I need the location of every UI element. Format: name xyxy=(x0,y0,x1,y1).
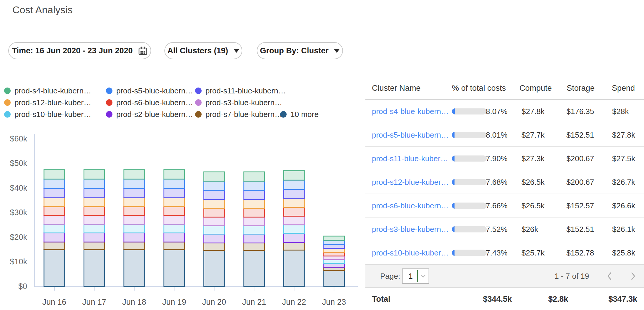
cluster-link[interactable]: prod-s5-blue-kubern… xyxy=(372,130,449,139)
bar-segment[interactable] xyxy=(204,199,225,208)
legend-item[interactable]: prod-s2-blue-kubern… xyxy=(106,108,195,120)
bar-segment[interactable] xyxy=(324,263,344,267)
bar-segment[interactable] xyxy=(84,198,104,207)
bar-segment[interactable] xyxy=(324,240,344,244)
bar-segment[interactable] xyxy=(284,250,304,286)
bar-segment[interactable] xyxy=(244,172,264,181)
bar-segment[interactable] xyxy=(124,224,145,233)
bar-segment[interactable] xyxy=(244,208,264,217)
bar-segment[interactable] xyxy=(44,224,65,233)
cluster-link[interactable]: prod-s6-blue-kubern… xyxy=(372,201,449,210)
bar-segment[interactable] xyxy=(44,170,65,179)
cluster-link[interactable]: prod-s4-blue-kubern… xyxy=(372,107,449,116)
bar-segment[interactable] xyxy=(84,189,104,198)
bar-segment[interactable] xyxy=(244,181,264,190)
bar-segment[interactable] xyxy=(204,181,225,190)
bar-segment[interactable] xyxy=(324,271,344,286)
cluster-link[interactable]: prod-s3-blue-kubern… xyxy=(372,225,449,234)
bar-segment[interactable] xyxy=(164,242,184,250)
bar-segment[interactable] xyxy=(204,243,225,250)
bar-segment[interactable] xyxy=(284,216,304,225)
bar-segment[interactable] xyxy=(284,243,304,250)
bar-segment[interactable] xyxy=(164,179,184,189)
bar-segment[interactable] xyxy=(84,170,104,179)
bar-segment[interactable] xyxy=(124,207,145,215)
legend-item[interactable]: 10 more xyxy=(280,108,315,120)
bar-segment[interactable] xyxy=(44,207,65,215)
group-by-dropdown[interactable]: Group By: Cluster xyxy=(257,42,343,59)
bar-segment[interactable] xyxy=(44,189,65,198)
bar-segment[interactable] xyxy=(124,179,145,189)
bar-segment[interactable] xyxy=(44,215,65,224)
bar-segment[interactable] xyxy=(124,242,145,250)
bar-segment[interactable] xyxy=(244,199,264,208)
bar-segment[interactable] xyxy=(324,245,344,248)
bar-segment[interactable] xyxy=(324,260,344,263)
bar-segment[interactable] xyxy=(204,172,225,181)
legend-item[interactable]: prod-s3-blue-kubern… xyxy=(195,97,315,108)
bar-segment[interactable] xyxy=(244,226,264,234)
bar-segment[interactable] xyxy=(284,198,304,207)
bar-segment[interactable] xyxy=(84,250,104,286)
legend-item[interactable]: prod-s11-blue-kubern… xyxy=(195,85,315,97)
bar-segment[interactable] xyxy=(204,250,225,286)
bar-segment[interactable] xyxy=(124,189,145,198)
bar-segment[interactable] xyxy=(284,171,304,180)
bar-segment[interactable] xyxy=(84,207,104,215)
bar-segment[interactable] xyxy=(244,217,264,226)
bar-segment[interactable] xyxy=(164,233,184,242)
bar-segment[interactable] xyxy=(84,224,104,233)
cluster-link[interactable]: prod-s10-blue-kuber… xyxy=(372,248,449,257)
bar-segment[interactable] xyxy=(44,198,65,207)
legend-item[interactable]: prod-s10-blue-kuber… xyxy=(4,108,106,120)
bar-segment[interactable] xyxy=(124,250,145,286)
bar-segment[interactable] xyxy=(44,233,65,242)
legend-item[interactable]: prod-s7-blue-kubern… xyxy=(195,108,280,120)
legend-item[interactable]: prod-s12-blue-kuber… xyxy=(4,97,106,108)
bar-segment[interactable] xyxy=(324,252,344,256)
bar-segment[interactable] xyxy=(164,207,184,215)
bar-segment[interactable] xyxy=(204,190,225,199)
bar-segment[interactable] xyxy=(204,208,225,217)
bar-segment[interactable] xyxy=(204,234,225,243)
bar-segment[interactable] xyxy=(204,226,225,234)
bar-segment[interactable] xyxy=(84,242,104,250)
bar-segment[interactable] xyxy=(164,198,184,207)
prev-page-button[interactable] xyxy=(607,272,612,281)
bar-segment[interactable] xyxy=(244,234,264,243)
bar-segment[interactable] xyxy=(284,180,304,189)
bar-segment[interactable] xyxy=(284,225,304,233)
legend-item[interactable]: prod-s5-blue-kubern… xyxy=(106,85,195,97)
bar-segment[interactable] xyxy=(44,179,65,189)
bar-segment[interactable] xyxy=(44,242,65,250)
bar-segment[interactable] xyxy=(124,215,145,224)
next-page-button[interactable] xyxy=(630,272,636,281)
legend-item[interactable]: prod-s4-blue-kubern… xyxy=(4,85,106,97)
page-select[interactable]: 1 xyxy=(402,268,429,284)
bar-segment[interactable] xyxy=(164,170,184,179)
bar-segment[interactable] xyxy=(284,233,304,243)
bar-segment[interactable] xyxy=(284,207,304,216)
bar-segment[interactable] xyxy=(44,250,65,286)
bar-segment[interactable] xyxy=(164,215,184,224)
bar-segment[interactable] xyxy=(164,250,184,286)
bar-segment[interactable] xyxy=(204,217,225,226)
bar-segment[interactable] xyxy=(324,248,344,252)
bar-segment[interactable] xyxy=(324,267,344,271)
bar-segment[interactable] xyxy=(84,215,104,224)
bar-segment[interactable] xyxy=(124,198,145,207)
bar-segment[interactable] xyxy=(244,250,264,286)
bar-segment[interactable] xyxy=(284,189,304,199)
legend-item[interactable]: prod-s6-blue-kubern… xyxy=(106,97,195,108)
bar-segment[interactable] xyxy=(164,189,184,198)
bar-segment[interactable] xyxy=(324,236,344,240)
bar-segment[interactable] xyxy=(244,243,264,250)
bar-segment[interactable] xyxy=(84,233,104,242)
bar-segment[interactable] xyxy=(244,190,264,199)
cluster-link[interactable]: prod-s11-blue-kuber… xyxy=(372,154,448,163)
bar-segment[interactable] xyxy=(164,224,184,233)
clusters-filter-dropdown[interactable]: All Clusters (19) xyxy=(164,42,242,59)
cluster-link[interactable]: prod-s12-blue-kuber… xyxy=(372,177,449,187)
bar-segment[interactable] xyxy=(124,170,145,179)
bar-segment[interactable] xyxy=(324,256,344,260)
